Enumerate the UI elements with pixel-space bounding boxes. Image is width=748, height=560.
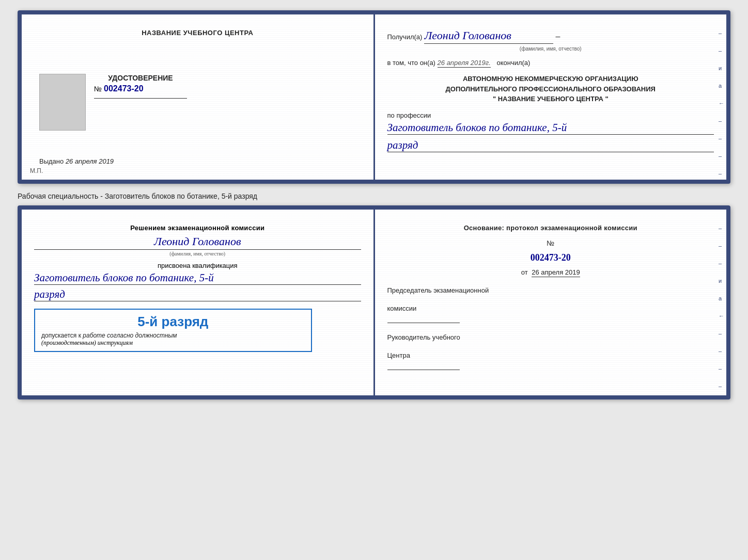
side-mark-b3: – xyxy=(719,260,724,266)
mp-text: М.П. xyxy=(30,167,43,174)
recipient-name-top: Леонид Голованов xyxy=(424,29,553,44)
institution-quote: " НАЗВАНИЕ УЧЕБНОГО ЦЕНТРА " xyxy=(387,94,714,104)
poluchil-line: Получил(а) Леонид Голованов – xyxy=(387,29,714,44)
predsedatel-title-line2: комиссии xyxy=(387,305,714,312)
stamp-box: 5-й разряд допускается к работе согласно… xyxy=(34,309,312,352)
rukovoditel-title-line1: Руководитель учебного xyxy=(387,333,714,341)
top-doc-left: НАЗВАНИЕ УЧЕБНОГО ЦЕНТРА УДОСТОВЕРЕНИЕ №… xyxy=(22,14,375,180)
signature-line-1 xyxy=(94,98,187,99)
side-marks-bottom: – – – и а ← – – – – – xyxy=(719,225,724,399)
profession-name-bottom: Заготовитель блоков по ботанике, 5-й xyxy=(34,271,361,285)
page-container: НАЗВАНИЕ УЧЕБНОГО ЦЕНТРА УДОСТОВЕРЕНИЕ №… xyxy=(18,10,730,399)
ot-prefix: от xyxy=(521,268,528,276)
top-document-card: НАЗВАНИЕ УЧЕБНОГО ЦЕНТРА УДОСТОВЕРЕНИЕ №… xyxy=(18,10,730,184)
poluchil-prefix: Получил(а) xyxy=(387,33,423,41)
ot-date-block: от 26 апреля 2019 xyxy=(387,268,714,276)
po-professii-label: по профессии xyxy=(387,111,431,119)
recipient-name-bottom: Леонид Голованов xyxy=(34,235,361,250)
side-mark-b1: – xyxy=(719,225,724,231)
razryad-text-bottom: разряд xyxy=(34,288,361,301)
rukovoditel-sig-line xyxy=(387,370,460,370)
predsedatel-sig-line xyxy=(387,323,460,323)
razryad-text-top: разряд xyxy=(387,139,714,152)
photo-placeholder xyxy=(39,74,86,131)
side-mark-b2: – xyxy=(719,243,724,249)
side-mark-а: а xyxy=(719,83,724,89)
side-mark-b5: – xyxy=(719,348,724,354)
avtonomnuyu-line2: ДОПОЛНИТЕЛЬНОГО ПРОФЕССИОНАЛЬНОГО ОБРАЗО… xyxy=(387,84,714,94)
vtom-text: в том, что он(а) xyxy=(387,59,435,67)
rukovoditel-title-line2: Центра xyxy=(387,351,714,359)
number-prefix: № xyxy=(94,85,102,93)
predsedatel-block: Председатель экзаменационной комиссии xyxy=(387,286,714,323)
side-mark-и: и xyxy=(719,65,724,71)
osnovanie-text: Основание: протокол экзаменационной коми… xyxy=(387,224,714,232)
dopuskaetsya-line: допускается к работе согласно должностны… xyxy=(41,332,305,339)
specialty-label: Рабочая специальность - Заготовитель бло… xyxy=(18,192,730,200)
side-mark-3: – xyxy=(719,118,724,124)
side-mark-barrow: ← xyxy=(719,313,724,319)
udostoverenie-block: УДОСТОВЕРЕНИЕ № 002473-20 xyxy=(94,74,187,103)
okonchil-text: окончил(а) xyxy=(496,59,530,67)
vtom-line: в том, что он(а) 26 апреля 2019г. окончи… xyxy=(387,59,714,67)
side-marks-top: – – и а ← – – – – xyxy=(719,30,724,177)
dopuskaetsya-prefix: допускается к xyxy=(41,332,81,339)
protocol-number: 002473-20 xyxy=(387,252,714,263)
completion-date: 26 апреля 2019г. xyxy=(438,59,491,68)
side-mark-5: – xyxy=(719,153,724,159)
resheniem-text: Решением экзаменационной комиссии xyxy=(34,224,361,232)
number-prefix-bottom: № xyxy=(547,239,554,247)
side-mark-4: – xyxy=(719,135,724,141)
avtonomnuyu-line1: АВТОНОМНУЮ НЕКОММЕРЧЕСКУЮ ОРГАНИЗАЦИЮ xyxy=(387,74,714,84)
dash-top: – xyxy=(555,32,560,41)
predsedatel-title-line1: Председатель экзаменационной xyxy=(387,286,714,294)
fio-hint-bottom: (фамилия, имя, отчество) xyxy=(34,251,361,257)
fio-hint-top: (фамилия, имя, отчество) xyxy=(387,46,714,52)
udostoverenie-number: 002473-20 xyxy=(104,84,144,93)
side-mark-6: – xyxy=(719,170,724,177)
side-mark-b4: – xyxy=(719,330,724,337)
prisvoena-text: присвоена квалификация xyxy=(34,262,361,269)
vydano-block: Выдано 26 апреля 2019 xyxy=(39,157,114,165)
side-mark-bи: и xyxy=(719,278,724,284)
instruktsiyam-text: (производственным) инструкциям xyxy=(41,339,305,347)
side-mark-arrow: ← xyxy=(719,100,724,106)
bottom-doc-left: Решением экзаменационной комиссии Леонид… xyxy=(22,210,375,395)
ot-date-value: 26 апреля 2019 xyxy=(532,268,580,277)
avtonomnuyu-block: АВТОНОМНУЮ НЕКОММЕРЧЕСКУЮ ОРГАНИЗАЦИЮ ДО… xyxy=(387,74,714,104)
side-mark-b6: – xyxy=(719,365,724,372)
side-mark-bа: а xyxy=(719,295,724,301)
stamp-grade: 5-й разряд xyxy=(41,314,305,330)
bottom-document-card: Решением экзаменационной комиссии Леонид… xyxy=(18,205,730,399)
udostoverenie-title: УДОСТОВЕРЕНИЕ xyxy=(94,74,187,82)
side-mark-1: – xyxy=(719,30,724,36)
side-mark-2: – xyxy=(719,47,724,54)
vydano-date: 26 апреля 2019 xyxy=(66,157,114,165)
side-mark-b7: – xyxy=(719,383,724,389)
vydano-label: Выдано xyxy=(39,157,64,165)
po-professii-block: по профессии Заготовитель блоков по бота… xyxy=(387,111,714,152)
bottom-doc-right: Основание: протокол экзаменационной коми… xyxy=(375,210,727,395)
protocol-number-block: № 002473-20 xyxy=(387,239,714,263)
top-doc-right: Получил(а) Леонид Голованов – (фамилия, … xyxy=(375,14,727,180)
dopuskaetsya-text: работе согласно должностным xyxy=(83,332,177,339)
institution-name-top: НАЗВАНИЕ УЧЕБНОГО ЦЕНТРА xyxy=(142,29,253,37)
profession-name-top: Заготовитель блоков по ботанике, 5-й xyxy=(387,121,714,135)
rukovoditel-block: Руководитель учебного Центра xyxy=(387,333,714,370)
